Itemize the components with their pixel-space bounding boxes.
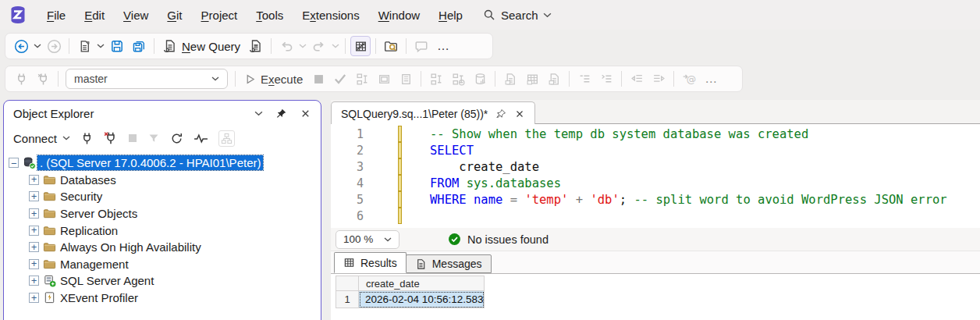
increase-indent-icon[interactable] <box>648 69 669 89</box>
object-explorer-header: Object Explorer <box>4 101 321 125</box>
expand-icon[interactable]: + <box>29 259 39 269</box>
menu-project[interactable]: Project <box>192 9 247 22</box>
redo-button[interactable] <box>309 36 329 56</box>
actual-plan-icon[interactable] <box>426 69 446 89</box>
tree-item[interactable]: +Management <box>29 256 321 273</box>
parse-icon[interactable] <box>330 69 350 89</box>
menu-edit[interactable]: Edit <box>75 9 114 22</box>
tab-close-icon[interactable] <box>514 108 525 119</box>
sql-code-editor[interactable]: 1-- Show when the temp db system databas… <box>331 124 980 228</box>
estimated-plan-icon[interactable] <box>352 69 372 89</box>
oe-disconnect-icon[interactable] <box>104 131 118 145</box>
grid-column-header[interactable]: create_date <box>359 276 485 291</box>
expand-icon[interactable]: + <box>29 191 39 201</box>
query-options-icon[interactable] <box>374 69 394 89</box>
change-connection-icon[interactable] <box>33 69 53 89</box>
expand-icon[interactable]: + <box>29 293 39 303</box>
row-number-cell[interactable]: 1 <box>336 291 359 308</box>
query-document-tab[interactable]: SQLQuery9.sq...1\Peter (85))* <box>331 101 535 125</box>
back-history-chevron[interactable] <box>32 36 43 56</box>
connect-button[interactable]: Connect <box>13 132 70 145</box>
search-control[interactable]: Search <box>483 9 552 22</box>
comment-icon[interactable] <box>574 69 595 89</box>
tree-item[interactable]: −. (SQL Server 17.0.4006.2 - HPAI01\Pete… <box>9 155 321 172</box>
zoom-level-dropdown[interactable]: 100 % <box>336 230 399 249</box>
undo-history-chevron[interactable] <box>297 36 308 56</box>
open-query-file-button[interactable] <box>246 36 266 56</box>
results-text-mode-icon[interactable] <box>500 69 520 89</box>
tree-item[interactable]: +Databases <box>29 172 321 189</box>
expand-icon[interactable]: + <box>29 242 39 252</box>
tree-item[interactable]: +Security <box>29 188 321 205</box>
menu-window[interactable]: Window <box>369 9 429 22</box>
cancel-query-icon[interactable] <box>308 69 328 89</box>
activity-monitor-icon[interactable] <box>194 133 208 144</box>
menu-help[interactable]: Help <box>429 9 472 22</box>
save-button[interactable] <box>107 36 127 56</box>
redo-history-chevron[interactable] <box>330 36 341 56</box>
grid-corner-cell[interactable] <box>336 276 359 291</box>
database-combobox[interactable]: master <box>66 69 228 89</box>
feedback-button[interactable] <box>411 36 431 56</box>
tab-title: SQLQuery9.sq...1\Peter (85))* <box>341 108 488 120</box>
tab-results[interactable]: Results <box>334 252 407 273</box>
live-query-stats-icon[interactable] <box>448 69 468 89</box>
results-to-text-icon[interactable] <box>396 69 416 89</box>
menu-extensions[interactable]: Extensions <box>293 9 368 22</box>
undo-button[interactable] <box>276 36 296 56</box>
change-tracking-bar <box>398 158 402 175</box>
sitemap-icon[interactable] <box>218 130 235 147</box>
tree-item-label: Security <box>58 189 105 204</box>
menu-file[interactable]: File <box>37 9 75 22</box>
collapse-icon[interactable]: − <box>9 158 19 168</box>
query-window-toggle-button[interactable] <box>350 36 371 56</box>
new-query-button[interactable]: New Query <box>158 36 245 56</box>
query-toolbar-overflow-button[interactable]: … <box>700 72 723 86</box>
oe-connect-icon[interactable] <box>80 132 94 145</box>
grid-cell[interactable]: 2026-02-04 10:56:12.583 <box>359 291 485 308</box>
expand-icon[interactable]: + <box>29 175 39 185</box>
template-parameters-icon[interactable]: @ <box>679 69 699 89</box>
tree-item[interactable]: +XEvent Profiler <box>29 290 321 307</box>
results-grid-mode-icon[interactable] <box>522 69 542 89</box>
menu-tools[interactable]: Tools <box>247 9 293 22</box>
back-button[interactable] <box>11 36 31 56</box>
browse-objects-button[interactable] <box>381 36 401 56</box>
tree-item[interactable]: +SQL Server Agent <box>29 272 321 290</box>
tree-item-label: XEvent Profiler <box>58 290 140 305</box>
toolbar-overflow-button[interactable]: … <box>432 39 455 53</box>
refresh-icon[interactable] <box>170 132 183 145</box>
save-all-button[interactable] <box>129 36 149 56</box>
tab-pin-icon[interactable] <box>495 108 506 119</box>
menu-view[interactable]: View <box>114 9 158 22</box>
close-icon[interactable] <box>300 108 311 119</box>
oe-stop-icon[interactable] <box>128 133 137 143</box>
filter-icon[interactable] <box>147 132 160 144</box>
search-icon <box>483 9 495 21</box>
connect-icon[interactable] <box>11 69 31 89</box>
expand-icon[interactable]: + <box>29 208 39 219</box>
expand-icon[interactable]: + <box>29 276 39 286</box>
menu-git[interactable]: Git <box>158 9 191 22</box>
server-icon <box>23 156 36 169</box>
tree-item[interactable]: +Server Objects <box>29 205 321 222</box>
tab-messages[interactable]: Messages <box>406 254 492 273</box>
uncomment-icon[interactable] <box>596 69 616 89</box>
editor-status-strip: 100 % No issues found <box>331 228 980 251</box>
decrease-indent-icon[interactable] <box>627 69 647 89</box>
tree-item[interactable]: +Always On High Availability <box>29 239 321 256</box>
separator <box>621 71 622 87</box>
panel-options-chevron[interactable] <box>254 111 263 116</box>
execute-button[interactable]: Execute <box>240 69 307 89</box>
new-file-chevron[interactable] <box>95 36 106 56</box>
separator <box>271 38 272 54</box>
results-file-mode-icon[interactable] <box>544 69 564 89</box>
forward-button[interactable] <box>44 36 64 56</box>
client-statistics-icon[interactable] <box>470 69 490 89</box>
pin-icon[interactable] <box>275 108 287 119</box>
new-file-button[interactable] <box>74 36 94 56</box>
standard-toolbar: New Query … <box>5 33 493 59</box>
tree-item[interactable]: +Replication <box>29 222 321 239</box>
expand-icon[interactable]: + <box>29 226 39 236</box>
agent-icon <box>43 274 56 287</box>
